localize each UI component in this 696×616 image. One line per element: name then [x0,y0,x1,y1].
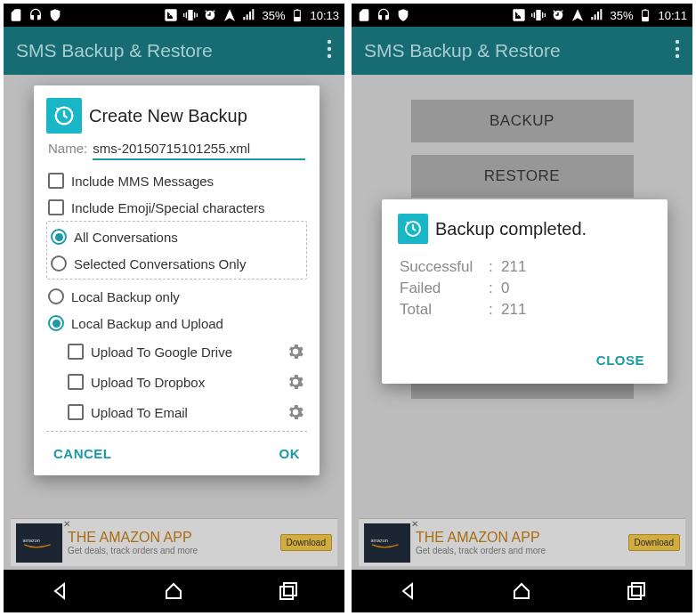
home-icon[interactable] [511,580,532,602]
shield-icon [396,8,410,22]
location-icon [223,8,237,22]
location-icon [571,8,585,22]
checkbox-icon [48,199,64,215]
option-label: Selected Conversations Only [74,256,246,272]
option-selected-conversations[interactable]: Selected Conversations Only [49,250,304,277]
option-label: Upload To Email [91,405,188,420]
stat-total-label: Total [400,301,489,319]
recent-icon[interactable] [277,580,298,602]
stat-successful-value: 211 [501,258,526,276]
vibrate-icon [183,8,198,22]
backup-stats: Successful : 211 Failed : 0 Total : 211 [400,256,651,320]
app-bar: SMS Backup & Restore [4,27,344,75]
dialog-title: Backup completed. [435,219,587,239]
option-label: Local Backup and Upload [71,316,223,331]
vibrate-icon [531,8,546,22]
phone-right: 35% 10:11 SMS Backup & Restore BACKUP RE… [352,4,692,612]
app-icon [46,98,82,134]
nav-bar [4,570,344,612]
svg-rect-12 [628,587,641,599]
radio-icon [48,315,64,331]
svg-rect-13 [632,583,644,596]
option-include-mms[interactable]: Include MMS Messages [46,167,307,194]
svg-point-0 [328,39,331,43]
clock-time: 10:11 [658,9,687,22]
battery-icon [638,8,652,22]
shield-icon [48,8,62,22]
svg-point-2 [328,53,331,57]
name-label: Name: [48,141,87,156]
status-bar: 35% 10:11 [352,4,692,27]
radio-icon [51,255,67,272]
home-icon[interactable] [163,580,184,602]
app-bar: SMS Backup & Restore [352,27,692,75]
sd-card-icon [9,8,23,22]
ok-button[interactable]: OK [274,441,306,466]
signal-icon [242,8,256,22]
phone-left: 35% 10:13 SMS Backup & Restore BACKUP am… [4,4,344,612]
option-label: Include MMS Messages [71,174,214,189]
overflow-menu-icon[interactable] [675,39,680,63]
option-all-conversations[interactable]: All Conversations [49,223,304,250]
option-label: Upload To Dropbox [91,375,205,390]
nav-bar [352,570,692,612]
stat-total-value: 211 [501,301,526,319]
battery-percent: 35% [610,9,633,22]
recent-icon[interactable] [625,580,646,602]
checkbox-icon [68,374,84,390]
close-button[interactable]: CLOSE [591,347,650,373]
option-label: All Conversations [74,230,178,245]
sd-card-icon [357,8,371,22]
nfc-icon [512,8,526,22]
option-include-emoji[interactable]: Include Emoji/Special characters [46,194,307,221]
name-input[interactable]: sms-20150715101255.xml [93,141,305,160]
gear-icon[interactable] [286,402,305,422]
stat-failed-value: 0 [501,280,509,297]
svg-rect-5 [280,587,293,599]
svg-point-8 [676,46,679,50]
overflow-menu-icon[interactable] [327,39,332,63]
radio-icon [48,288,64,304]
app-title: SMS Backup & Restore [364,40,561,61]
battery-percent: 35% [262,9,285,22]
option-upload-dropbox[interactable]: Upload To Dropbox [46,367,307,397]
alarm-icon [551,8,565,22]
back-icon[interactable] [50,580,71,602]
cancel-button[interactable]: CANCEL [48,441,117,466]
svg-point-1 [328,46,331,50]
option-local-and-upload[interactable]: Local Backup and Upload [46,310,307,336]
headset-icon [376,8,391,22]
option-label: Upload To Google Drive [91,344,232,360]
svg-point-9 [676,53,679,57]
gear-icon[interactable] [286,342,305,361]
back-icon[interactable] [398,580,419,602]
clock-time: 10:13 [310,9,339,22]
svg-rect-6 [284,583,296,596]
signal-icon [590,8,604,22]
dialog-title: Create New Backup [89,106,247,126]
create-backup-dialog: Create New Backup Name: sms-201507151012… [34,85,320,475]
radio-icon [51,229,67,245]
option-label: Include Emoji/Special characters [71,200,265,215]
option-upload-google-drive[interactable]: Upload To Google Drive [46,336,307,367]
alarm-icon [203,8,217,22]
app-icon [398,214,428,244]
svg-point-7 [676,39,679,43]
nfc-icon [164,8,178,22]
option-local-only[interactable]: Local Backup only [46,283,307,310]
stat-successful-label: Successful [400,258,489,276]
stat-failed-label: Failed [400,280,489,297]
checkbox-icon [68,404,84,420]
checkbox-icon [48,173,64,189]
option-label: Local Backup only [71,289,180,304]
checkbox-icon [68,344,84,360]
app-title: SMS Backup & Restore [16,40,213,61]
option-upload-email[interactable]: Upload To Email [46,397,307,427]
gear-icon[interactable] [286,372,305,392]
status-bar: 35% 10:13 [4,4,344,27]
backup-completed-dialog: Backup completed. Successful : 211 Faile… [382,199,668,384]
headset-icon [28,8,43,22]
battery-icon [290,8,304,22]
